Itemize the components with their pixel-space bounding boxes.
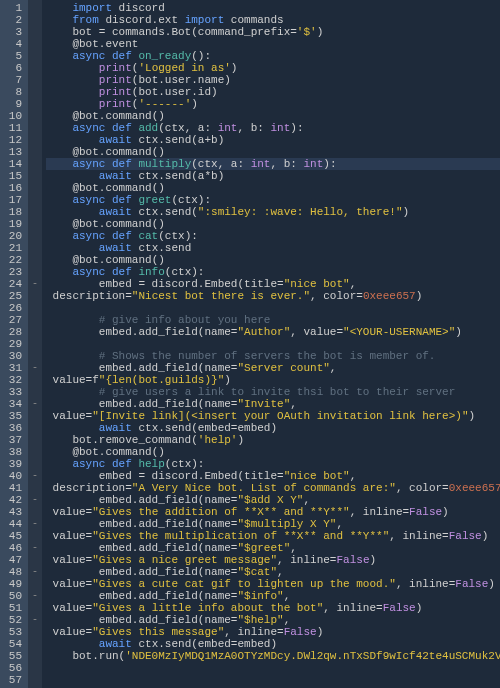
code-line[interactable]: [46, 338, 500, 350]
code-line[interactable]: # give users a link to invite thsi bot t…: [46, 386, 500, 398]
code-line[interactable]: [46, 302, 500, 314]
fold-marker: [28, 194, 42, 206]
fold-marker: [28, 266, 42, 278]
fold-marker[interactable]: -: [28, 278, 42, 290]
code-line[interactable]: embed = discord.Embed(title="nice bot",: [46, 278, 500, 290]
code-line[interactable]: async def on_ready():: [46, 50, 500, 62]
fold-gutter[interactable]: ----------: [28, 0, 42, 688]
line-number: 29: [0, 338, 22, 350]
code-line[interactable]: async def multiply(ctx, a: int, b: int):: [46, 158, 500, 170]
code-line[interactable]: embed.add_field(name="$help",: [46, 614, 500, 626]
code-line[interactable]: value="Gives the multiplication of **X**…: [46, 530, 500, 542]
line-number: 22: [0, 254, 22, 266]
code-line[interactable]: @bot.command(): [46, 146, 500, 158]
code-line[interactable]: value="Gives a cute cat gif to lighten u…: [46, 578, 500, 590]
code-line[interactable]: async def greet(ctx):: [46, 194, 500, 206]
code-line[interactable]: bot = commands.Bot(command_prefix='$'): [46, 26, 500, 38]
code-line[interactable]: await ctx.send: [46, 242, 500, 254]
code-line[interactable]: await ctx.send(embed=embed): [46, 422, 500, 434]
line-number: 35: [0, 410, 22, 422]
code-line[interactable]: await ctx.send(a*b): [46, 170, 500, 182]
fold-marker[interactable]: -: [28, 494, 42, 506]
fold-marker: [28, 74, 42, 86]
code-line[interactable]: embed = discord.Embed(title="nice bot",: [46, 470, 500, 482]
code-line[interactable]: import discord: [46, 2, 500, 14]
code-line[interactable]: embed.add_field(name="$greet",: [46, 542, 500, 554]
code-line[interactable]: embed.add_field(name="$info",: [46, 590, 500, 602]
code-line[interactable]: async def add(ctx, a: int, b: int):: [46, 122, 500, 134]
code-line[interactable]: # Shows the number of servers the bot is…: [46, 350, 500, 362]
fold-marker: [28, 230, 42, 242]
code-line[interactable]: async def info(ctx):: [46, 266, 500, 278]
code-line[interactable]: value=f"{len(bot.guilds)}"): [46, 374, 500, 386]
fold-marker[interactable]: -: [28, 470, 42, 482]
fold-marker[interactable]: -: [28, 590, 42, 602]
code-line[interactable]: print('Logged in as'): [46, 62, 500, 74]
code-line[interactable]: bot.remove_command('help'): [46, 434, 500, 446]
code-line[interactable]: async def cat(ctx):: [46, 230, 500, 242]
code-line[interactable]: bot.run('NDE0MzIyMDQ1MzA0OTYzMDcy.DWl2qw…: [46, 650, 500, 662]
line-number: 43: [0, 506, 22, 518]
code-line[interactable]: @bot.command(): [46, 110, 500, 122]
code-line[interactable]: await ctx.send(":smiley: :wave: Hello, t…: [46, 206, 500, 218]
code-line[interactable]: # give info about you here: [46, 314, 500, 326]
code-line[interactable]: embed.add_field(name="Author", value="<Y…: [46, 326, 500, 338]
fold-marker[interactable]: -: [28, 566, 42, 578]
code-line[interactable]: @bot.command(): [46, 218, 500, 230]
code-line[interactable]: @bot.event: [46, 38, 500, 50]
code-line[interactable]: embed.add_field(name="Invite",: [46, 398, 500, 410]
code-line[interactable]: [46, 674, 500, 686]
line-number: 12: [0, 134, 22, 146]
code-line[interactable]: [46, 662, 500, 674]
code-line[interactable]: value="Gives the addition of **X** and *…: [46, 506, 500, 518]
fold-marker: [28, 14, 42, 26]
fold-marker: [28, 50, 42, 62]
fold-marker: [28, 338, 42, 350]
code-line[interactable]: print(bot.user.name): [46, 74, 500, 86]
line-number: 26: [0, 302, 22, 314]
code-area[interactable]: import discord from discord.ext import c…: [42, 0, 500, 688]
line-number: 37: [0, 434, 22, 446]
fold-marker[interactable]: -: [28, 362, 42, 374]
fold-marker: [28, 314, 42, 326]
code-line[interactable]: @bot.command(): [46, 182, 500, 194]
line-number: 25: [0, 290, 22, 302]
code-line[interactable]: print('------'): [46, 98, 500, 110]
code-line[interactable]: value="Gives this message", inline=False…: [46, 626, 500, 638]
code-line[interactable]: value="[Invite link](<insert your OAuth …: [46, 410, 500, 422]
code-line[interactable]: @bot.command(): [46, 254, 500, 266]
fold-marker: [28, 446, 42, 458]
fold-marker[interactable]: -: [28, 398, 42, 410]
code-line[interactable]: print(bot.user.id): [46, 86, 500, 98]
code-line[interactable]: await ctx.send(embed=embed): [46, 638, 500, 650]
code-line[interactable]: embed.add_field(name="Server count",: [46, 362, 500, 374]
line-number: 48: [0, 566, 22, 578]
fold-marker: [28, 386, 42, 398]
line-number: 31: [0, 362, 22, 374]
fold-marker: [28, 410, 42, 422]
line-number: 40: [0, 470, 22, 482]
fold-marker[interactable]: -: [28, 518, 42, 530]
code-line[interactable]: await ctx.send(a+b): [46, 134, 500, 146]
code-line[interactable]: @bot.command(): [46, 446, 500, 458]
fold-marker[interactable]: -: [28, 542, 42, 554]
line-number: 57: [0, 674, 22, 686]
code-line[interactable]: embed.add_field(name="$add X Y",: [46, 494, 500, 506]
code-line[interactable]: value="Gives a little info about the bot…: [46, 602, 500, 614]
code-line[interactable]: from discord.ext import commands: [46, 14, 500, 26]
code-line[interactable]: embed.add_field(name="$multiply X Y",: [46, 518, 500, 530]
code-line[interactable]: value="Gives a nice greet message", inli…: [46, 554, 500, 566]
line-number: 42: [0, 494, 22, 506]
code-line[interactable]: async def help(ctx):: [46, 458, 500, 470]
line-number: 11: [0, 122, 22, 134]
line-number: 49: [0, 578, 22, 590]
code-line[interactable]: description="A Very Nice bot. List of co…: [46, 482, 500, 494]
fold-marker: [28, 38, 42, 50]
fold-marker: [28, 122, 42, 134]
line-number: 52: [0, 614, 22, 626]
fold-marker[interactable]: -: [28, 614, 42, 626]
line-number: 28: [0, 326, 22, 338]
code-line[interactable]: description="Nicest bot there is ever.",…: [46, 290, 500, 302]
code-editor: 1234567891011121314151617181920212223242…: [0, 0, 500, 688]
code-line[interactable]: embed.add_field(name="$cat",: [46, 566, 500, 578]
